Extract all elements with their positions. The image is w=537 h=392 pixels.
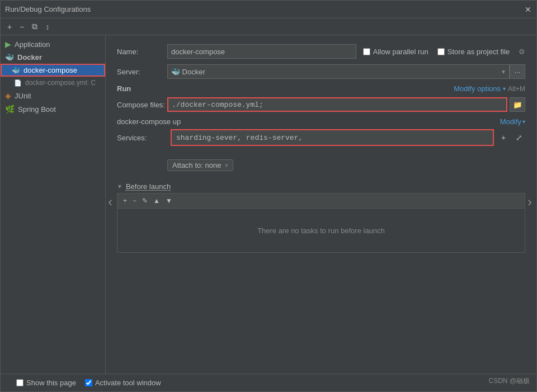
name-input[interactable] <box>167 44 356 59</box>
attach-remove-button[interactable]: × <box>224 162 228 169</box>
bl-remove-button[interactable]: − <box>130 196 139 206</box>
run-section-header: Run Modify options ▾ Alt+M <box>117 84 525 93</box>
services-section-title: docker-compose up <box>117 117 181 126</box>
services-input-wrap <box>171 129 494 146</box>
add-service-button[interactable]: + <box>497 131 510 144</box>
sidebar-item-compose-yml[interactable]: 📄 docker-compose.yml: C <box>1 77 105 89</box>
bottom-bar: Show this page Activate tool window <box>1 374 536 391</box>
sidebar-item-docker-compose[interactable]: 🐳 docker-compose <box>1 64 105 77</box>
name-label: Name: <box>117 48 167 56</box>
allow-parallel-label: Allow parallel run <box>373 48 428 56</box>
bl-up-button[interactable]: ▲ <box>151 196 162 206</box>
bl-down-button[interactable]: ▼ <box>163 196 175 206</box>
before-launch-body: There are no tasks to run before launch <box>117 208 525 253</box>
titlebar: Run/Debug Configurations ✕ <box>1 1 536 18</box>
compose-files-label: Compose files: <box>117 101 167 109</box>
activate-window-checkbox[interactable] <box>85 379 92 386</box>
activate-window-label: Activate tool window <box>95 379 161 387</box>
show-page-checkbox-label[interactable]: Show this page <box>16 379 76 387</box>
before-launch-section: ▼ Before launch + − ✎ ▲ ▼ There are no t… <box>117 182 525 253</box>
services-section: docker-compose up Modify ▾ Services: + ⤢ <box>117 117 525 146</box>
sidebar-item-application-label: Application <box>15 40 50 49</box>
sidebar: ▶ Application 🐳 Docker 🐳 docker-compose … <box>1 35 106 374</box>
sidebar-item-application[interactable]: ▶ Application <box>1 37 105 51</box>
modify-shortcut: Alt+M <box>508 85 525 93</box>
sidebar-item-docker-compose-label: docker-compose <box>23 66 77 74</box>
sidebar-item-junit-label: JUnit <box>15 92 31 100</box>
services-modify-chevron-icon: ▾ <box>522 119 525 125</box>
compose-yml-icon: 📄 <box>14 79 22 87</box>
watermark: CSDN @融极 <box>488 376 530 386</box>
folder-button[interactable]: 📁 <box>510 97 525 112</box>
services-label: Services: <box>117 134 167 142</box>
gear-icon[interactable]: ⚙ <box>519 48 525 56</box>
add-config-button[interactable]: + <box>5 21 14 32</box>
top-options: Allow parallel run Store as project file… <box>363 48 525 56</box>
allow-parallel-checkbox[interactable] <box>363 48 370 55</box>
before-launch-header: ▼ Before launch <box>117 182 525 191</box>
sidebar-item-spring-boot-label: Spring Boot <box>18 105 56 114</box>
modify-options-link[interactable]: Modify options <box>454 84 501 93</box>
attach-label: Attach to: none <box>172 161 221 169</box>
toolbar: + − ⧉ ↕ <box>1 18 536 35</box>
junit-icon: ◈ <box>5 91 11 100</box>
store-as-project-label: Store as project file <box>447 48 510 56</box>
compose-input-wrap <box>167 97 507 112</box>
copy-config-button[interactable]: ⧉ <box>30 21 40 32</box>
close-button[interactable]: ✕ <box>524 6 532 13</box>
sidebar-item-junit[interactable]: ◈ JUnit <box>1 89 105 102</box>
server-select-wrap: 🐳 Docker ▼ <box>167 64 510 79</box>
show-page-checkbox[interactable] <box>16 379 23 386</box>
bl-add-button[interactable]: + <box>121 196 129 206</box>
remove-config-button[interactable]: − <box>17 21 26 32</box>
run-section-title: Run <box>117 84 131 93</box>
sort-config-button[interactable]: ↕ <box>43 21 51 32</box>
name-row: Name: Allow parallel run Store as projec… <box>117 44 525 59</box>
sidebar-item-spring-boot[interactable]: 🌿 Spring Boot <box>1 102 105 116</box>
store-as-project-checkbox[interactable] <box>437 48 445 55</box>
services-modify-wrap: Modify ▾ <box>500 117 525 126</box>
services-modify-link[interactable]: Modify <box>500 117 521 126</box>
docker-compose-icon: 🐳 <box>12 67 20 74</box>
activate-window-checkbox-label[interactable]: Activate tool window <box>85 379 161 387</box>
main-content: ▶ Application 🐳 Docker 🐳 docker-compose … <box>1 35 536 374</box>
server-row: Server: 🐳 Docker ▼ ··· <box>117 64 525 79</box>
before-launch-collapse-icon[interactable]: ▼ <box>117 183 123 190</box>
sidebar-item-docker[interactable]: 🐳 Docker <box>1 51 105 64</box>
docker-icon: 🐳 <box>5 53 14 62</box>
nav-left-button[interactable]: ‹ <box>106 190 115 214</box>
right-panel: Name: Allow parallel run Store as projec… <box>106 35 536 374</box>
compose-files-input[interactable] <box>167 97 507 112</box>
show-page-label: Show this page <box>26 379 76 387</box>
before-launch-empty-text: There are no tasks to run before launch <box>257 226 385 235</box>
bl-edit-button[interactable]: ✎ <box>140 196 150 206</box>
services-input[interactable] <box>171 129 494 146</box>
sidebar-item-compose-yml-label: docker-compose.yml: C <box>25 79 96 87</box>
server-select[interactable]: 🐳 Docker <box>167 64 510 79</box>
run-debug-dialog: Run/Debug Configurations ✕ + − ⧉ ↕ ▶ App… <box>0 0 537 392</box>
attach-badge-row: Attach to: none × <box>167 153 525 171</box>
before-launch-toolbar: + − ✎ ▲ ▼ <box>117 193 525 208</box>
sidebar-item-docker-label: Docker <box>17 53 42 62</box>
services-section-header: docker-compose up Modify ▾ <box>117 117 525 126</box>
server-more-button[interactable]: ··· <box>510 64 525 79</box>
compose-files-row: Compose files: 📁 <box>117 97 525 112</box>
application-icon: ▶ <box>5 40 11 49</box>
attach-badge: Attach to: none × <box>167 159 233 171</box>
allow-parallel-checkbox-label[interactable]: Allow parallel run <box>363 48 428 56</box>
modify-options-wrap: Modify options ▾ Alt+M <box>454 84 525 93</box>
services-row: Services: + ⤢ <box>117 129 525 146</box>
modify-chevron-icon: ▾ <box>503 86 506 92</box>
server-label: Server: <box>117 68 167 76</box>
nav-right-button[interactable]: › <box>525 190 534 214</box>
before-launch-title: Before launch <box>126 182 171 191</box>
store-as-project-checkbox-label[interactable]: Store as project file <box>437 48 510 56</box>
expand-service-button[interactable]: ⤢ <box>513 131 525 144</box>
titlebar-controls: ✕ <box>524 6 532 13</box>
spring-boot-icon: 🌿 <box>5 105 15 114</box>
dialog-title: Run/Debug Configurations <box>5 5 524 13</box>
